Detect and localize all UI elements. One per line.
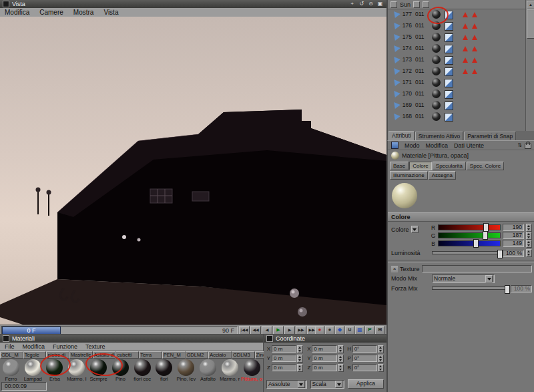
coordinate-field[interactable]: 0 m	[272, 345, 296, 353]
material-name[interactable]: fiori	[154, 376, 176, 383]
value-stepper[interactable]	[526, 249, 532, 257]
keyframe-row[interactable]: 174011	[388, 43, 526, 54]
scrollbar[interactable]: ▲	[525, 0, 534, 131]
slider-knob[interactable]	[497, 250, 503, 258]
value-stepper[interactable]	[297, 355, 303, 363]
material-name[interactable]: Marmo, r	[219, 376, 241, 383]
texture-tag-icon[interactable]	[445, 79, 453, 87]
mix-strength-value[interactable]: 100 %	[511, 285, 532, 292]
value-stepper[interactable]	[338, 345, 344, 353]
slider-knob[interactable]	[473, 239, 479, 248]
material-sphere-icon[interactable]	[432, 55, 441, 64]
material-sphere[interactable]	[25, 359, 41, 376]
apply-button[interactable]: Applica	[348, 379, 384, 389]
value-stepper[interactable]	[526, 240, 532, 248]
keyframe-row[interactable]: 173011	[388, 54, 526, 65]
value-stepper[interactable]	[297, 345, 303, 353]
value-stepper[interactable]	[526, 232, 532, 240]
slider-knob[interactable]	[483, 231, 488, 240]
materials-titlebar[interactable]: Materiali	[0, 335, 263, 343]
material-name[interactable]: fiori coc	[131, 376, 154, 383]
layer-icon[interactable]	[390, 1, 397, 8]
menu-mostra[interactable]: Mostra	[73, 9, 94, 16]
coordinate-titlebar[interactable]: Coordinate	[264, 335, 386, 343]
coordinate-field[interactable]: 0°	[352, 355, 377, 362]
coordinate-field[interactable]: 0°	[352, 364, 377, 371]
key-triangle-icon[interactable]	[463, 35, 468, 40]
chevron-down-icon[interactable]	[298, 381, 305, 388]
material-sphere-icon[interactable]	[432, 33, 441, 41]
tab-colore[interactable]: Colore	[409, 162, 432, 170]
scroll-up-icon[interactable]: ▲	[527, 1, 534, 9]
key-icon[interactable]	[413, 1, 420, 8]
viewport-3d-scene[interactable]	[0, 17, 386, 325]
texture-tag-icon[interactable]	[445, 90, 453, 99]
tab-specularita[interactable]: Specularità	[433, 162, 466, 170]
object-name[interactable]: Sun	[400, 1, 411, 8]
menu-modo[interactable]: Modo	[405, 142, 420, 149]
material-label[interactable]: Tegole	[23, 351, 47, 359]
brightness-value[interactable]: 100 %	[503, 250, 524, 257]
key-triangle-icon[interactable]	[463, 46, 468, 51]
texture-tag-icon[interactable]	[445, 33, 453, 42]
material-name[interactable]: Marmo, l	[65, 376, 87, 383]
material-thumb[interactable]	[175, 359, 197, 376]
material-name[interactable]: Asfalto	[197, 376, 219, 383]
keyframe-row[interactable]: 175011	[388, 31, 526, 43]
material-sphere[interactable]	[156, 359, 172, 376]
texture-tag-icon[interactable]	[445, 45, 453, 53]
coordinate-field[interactable]: 0 m	[312, 355, 336, 362]
material-name[interactable]: Pino	[109, 376, 131, 383]
menu-vista[interactable]: Vista	[103, 9, 118, 16]
chevron-down-icon[interactable]	[411, 226, 419, 233]
mix-mode-select[interactable]: Normale	[432, 274, 495, 283]
chevron-down-icon[interactable]	[485, 275, 493, 282]
tab-attributi[interactable]: Attributi	[388, 131, 415, 140]
menu-camere[interactable]: Camere	[39, 9, 63, 16]
material-thumb[interactable]	[0, 359, 22, 376]
menu-texture[interactable]: Texture	[85, 343, 105, 350]
coordinate-field[interactable]: 0°	[352, 345, 377, 353]
material-sphere[interactable]	[200, 359, 216, 376]
material-thumb[interactable]	[154, 359, 176, 376]
green-slider[interactable]	[438, 232, 501, 238]
menu-modifica[interactable]: Modifica	[23, 343, 45, 350]
value-stepper[interactable]	[297, 364, 303, 372]
material-label[interactable]: GDL_M	[0, 351, 23, 359]
texture-path-field[interactable]	[422, 265, 532, 272]
value-stepper[interactable]	[526, 224, 532, 232]
key-triangle-icon[interactable]	[472, 57, 477, 63]
texture-tag-icon[interactable]	[445, 113, 453, 122]
red-value[interactable]: 190	[503, 224, 524, 231]
key-triangle-icon[interactable]	[463, 23, 468, 29]
material-label[interactable]: cubetti	[115, 351, 139, 359]
value-stepper[interactable]	[338, 364, 344, 372]
mix-strength-slider[interactable]	[432, 285, 509, 292]
lock-icon[interactable]	[525, 144, 531, 149]
material-sphere-icon[interactable]	[432, 112, 441, 121]
menu-funzione[interactable]: Funzione	[53, 343, 77, 350]
material-sphere[interactable]	[134, 359, 151, 376]
menu-dati-utente[interactable]: Dati Utente	[454, 142, 484, 149]
key-triangle-icon[interactable]	[472, 46, 477, 51]
keyframe-row[interactable]: 170011	[388, 88, 526, 100]
texture-tag-icon[interactable]	[445, 102, 453, 110]
material-name[interactable]: Sempre	[87, 376, 109, 383]
material-sphere[interactable]	[3, 359, 19, 376]
menu-modifica[interactable]: Modifica	[5, 9, 29, 16]
material-sphere-icon[interactable]	[432, 67, 441, 75]
material-label[interactable]: GDLM2	[186, 351, 209, 359]
tab-spec-colore[interactable]: Spec. Colore	[467, 162, 504, 170]
keyframe-row[interactable]: 176011	[388, 20, 526, 31]
keyframe-row[interactable]: 171011	[388, 77, 526, 88]
tab-base[interactable]: Base	[390, 162, 409, 170]
blue-slider[interactable]	[438, 240, 501, 246]
material-label[interactable]: GDLM3	[232, 351, 255, 359]
chevron-down-icon[interactable]	[335, 381, 342, 388]
key-triangle-icon[interactable]	[463, 12, 468, 17]
material-preview[interactable]	[392, 183, 419, 210]
material-sphere[interactable]	[244, 359, 260, 376]
scrollbar-thumb[interactable]	[527, 9, 534, 39]
key-triangle-icon[interactable]	[472, 12, 477, 17]
material-label[interactable]: Acciaio	[208, 351, 232, 359]
